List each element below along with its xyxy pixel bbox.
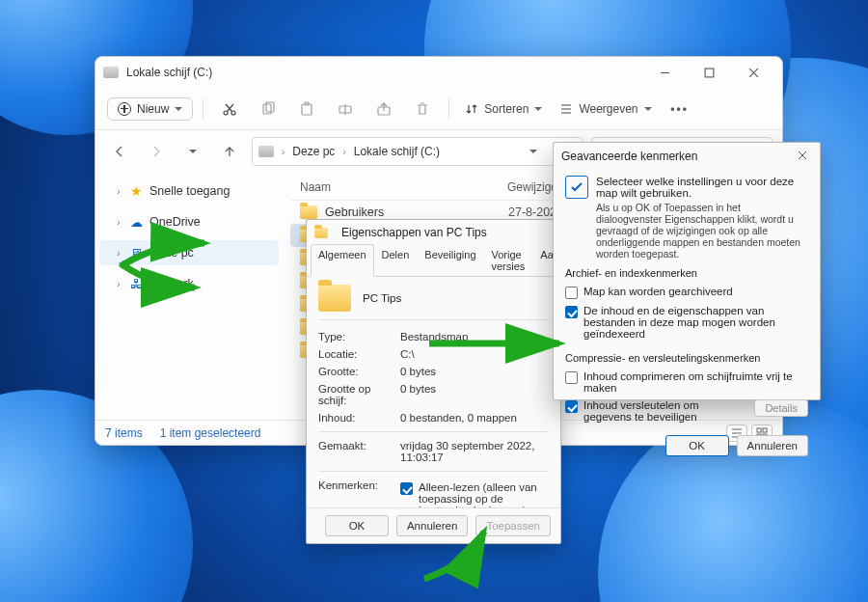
archive-checkbox[interactable]: Map kan worden gearchiveerd bbox=[565, 283, 808, 302]
toolbar: Nieuw Sorteren Weergeven ••• bbox=[95, 88, 782, 130]
svg-point-1 bbox=[224, 111, 228, 115]
properties-name[interactable]: PC Tips bbox=[363, 292, 401, 304]
advanced-lead2: Als u op OK of Toepassen in het dialoogv… bbox=[596, 202, 808, 260]
titlebar[interactable]: Lokale schijf (C:) bbox=[95, 57, 782, 88]
close-button[interactable] bbox=[732, 59, 774, 86]
check-icon bbox=[565, 176, 588, 199]
properties-tabs: Algemeen Delen Beveiliging Vorige versie… bbox=[307, 243, 560, 277]
folder-icon bbox=[314, 228, 328, 238]
new-label: Nieuw bbox=[137, 102, 169, 116]
tab-sharing[interactable]: Delen bbox=[374, 244, 418, 277]
drive-icon bbox=[103, 67, 119, 78]
sidebar-item-quick[interactable]: ›★Snelle toegang bbox=[95, 178, 283, 204]
share-icon[interactable] bbox=[367, 94, 400, 124]
sidebar-item-onedrive[interactable]: ›☁OneDrive bbox=[95, 209, 283, 234]
close-button[interactable] bbox=[793, 150, 812, 163]
up-button[interactable] bbox=[215, 137, 244, 166]
svg-point-2 bbox=[231, 111, 235, 115]
rename-icon[interactable] bbox=[329, 94, 362, 124]
plus-icon bbox=[118, 102, 131, 116]
back-button[interactable] bbox=[105, 137, 134, 166]
advanced-titlebar[interactable]: Geavanceerde kenmerken bbox=[554, 143, 820, 170]
copy-icon[interactable] bbox=[252, 94, 285, 124]
ok-button[interactable]: OK bbox=[325, 515, 389, 536]
drive-icon bbox=[258, 146, 274, 157]
window-title: Lokale schijf (C:) bbox=[126, 66, 212, 79]
maximize-button[interactable] bbox=[688, 59, 730, 86]
tab-security[interactable]: Beveiliging bbox=[417, 244, 483, 277]
minimize-button[interactable] bbox=[643, 59, 686, 86]
recent-button[interactable] bbox=[178, 137, 207, 166]
status-count: 7 items bbox=[105, 426, 143, 440]
sort-button[interactable]: Sorteren bbox=[459, 98, 548, 120]
folder-icon bbox=[300, 205, 317, 219]
crumb-root[interactable]: Deze pc bbox=[292, 145, 335, 158]
svg-rect-5 bbox=[302, 104, 312, 115]
crumb-drive[interactable]: Lokale schijf (C:) bbox=[354, 145, 440, 158]
readonly-checkbox[interactable]: Alleen-lezen (alleen van toepassing op d… bbox=[400, 479, 549, 507]
chevron-down-icon bbox=[534, 107, 542, 111]
ok-button[interactable]: OK bbox=[665, 435, 729, 456]
folder-icon bbox=[318, 285, 351, 312]
svg-rect-0 bbox=[705, 68, 714, 77]
cancel-button[interactable]: Annuleren bbox=[396, 515, 468, 536]
section-compress: Compressie- en versleutelingskenmerken bbox=[565, 352, 808, 364]
properties-dialog: Eigenschappen van PC Tips Algemeen Delen… bbox=[306, 219, 561, 544]
encrypt-checkbox[interactable]: Inhoud versleutelen om gegevens te bevei… bbox=[565, 397, 808, 425]
properties-title: Eigenschappen van PC Tips bbox=[341, 226, 487, 239]
paste-icon[interactable] bbox=[290, 94, 323, 124]
details-button[interactable]: Details bbox=[754, 399, 808, 417]
compress-checkbox[interactable]: Inhoud comprimeren om schijfruimte vrij … bbox=[565, 368, 808, 397]
chevron-down-icon bbox=[644, 107, 652, 111]
tab-previous[interactable]: Vorige versies bbox=[484, 244, 533, 277]
breadcrumb-dropdown[interactable] bbox=[519, 137, 548, 166]
sidebar-item-thispc[interactable]: ›🖥Deze pc bbox=[99, 240, 279, 265]
properties-titlebar[interactable]: Eigenschappen van PC Tips bbox=[307, 220, 560, 243]
cut-icon[interactable] bbox=[213, 94, 246, 124]
apply-button[interactable]: Toepassen bbox=[475, 515, 551, 536]
forward-button[interactable] bbox=[142, 137, 171, 166]
col-name[interactable]: Naam bbox=[300, 180, 507, 194]
advanced-title: Geavanceerde kenmerken bbox=[561, 150, 697, 163]
delete-icon[interactable] bbox=[406, 94, 439, 124]
tab-general[interactable]: Algemeen bbox=[311, 244, 374, 277]
breadcrumb[interactable]: › Deze pc › Lokale schijf (C:) bbox=[252, 137, 583, 166]
status-selected: 1 item geselecteerd bbox=[160, 426, 261, 440]
section-archive: Archief- en indexkenmerken bbox=[565, 267, 808, 279]
advanced-dialog: Geavanceerde kenmerken Selecteer welke i… bbox=[553, 142, 821, 400]
new-button[interactable]: Nieuw bbox=[107, 97, 193, 121]
index-checkbox[interactable]: De inhoud en de eigenschappen van bestan… bbox=[565, 302, 808, 342]
sidebar: ›★Snelle toegang ›☁OneDrive ›🖥Deze pc ›🖧… bbox=[95, 173, 283, 420]
more-button[interactable]: ••• bbox=[664, 94, 696, 124]
advanced-lead1: Selecteer welke instellingen u voor deze… bbox=[596, 176, 808, 199]
cancel-button[interactable]: Annuleren bbox=[737, 435, 808, 456]
view-button[interactable]: Weergeven bbox=[554, 98, 657, 120]
sidebar-item-network[interactable]: ›🖧Netwerk bbox=[95, 271, 283, 296]
chevron-down-icon bbox=[175, 107, 182, 111]
